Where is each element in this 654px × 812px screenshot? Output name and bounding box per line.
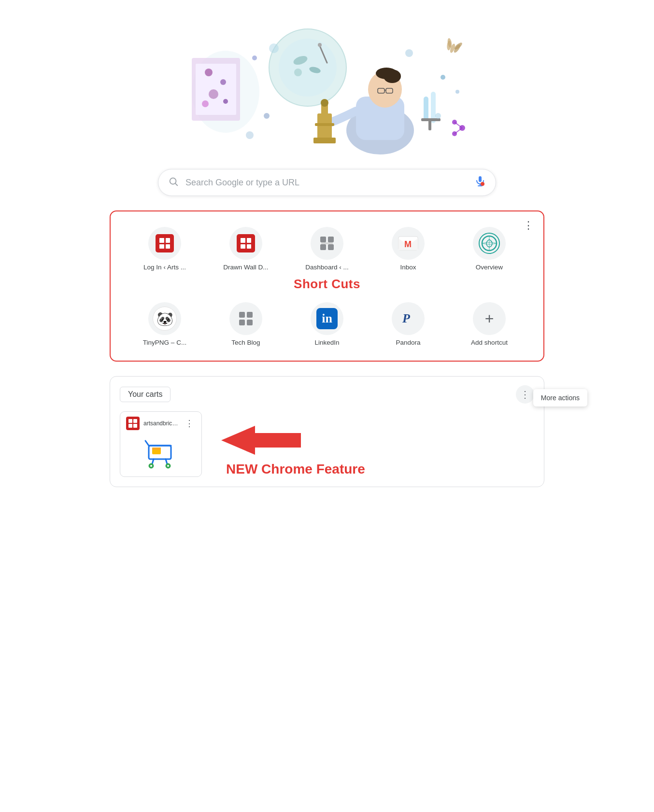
add-icon: + xyxy=(479,308,500,329)
shortcut-label-dashboard: Dashboard ‹ ... xyxy=(305,264,348,271)
shortcuts-more-button[interactable]: ⋮ xyxy=(520,217,537,234)
svg-point-44 xyxy=(269,43,279,53)
shortcut-icon-overview xyxy=(473,227,506,260)
shortcut-icon-pandora: P xyxy=(392,302,425,335)
svg-rect-25 xyxy=(315,123,334,126)
artsbricks2-icon xyxy=(237,234,255,252)
cart-card[interactable]: artsandbricks.c... ⋮ xyxy=(120,411,202,477)
carts-more-button[interactable]: ⋮ xyxy=(516,385,534,404)
cart-site-icon xyxy=(126,417,140,430)
cart-site-name: artsandbricks.c... xyxy=(143,420,179,427)
shortcut-icon-linkedin: in xyxy=(311,302,343,335)
svg-point-45 xyxy=(405,49,413,57)
svg-point-55 xyxy=(481,182,484,186)
artsbricks-icon xyxy=(156,234,174,252)
shortcut-add[interactable]: + Add shortcut xyxy=(449,295,530,350)
svg-point-6 xyxy=(223,99,228,104)
svg-point-33 xyxy=(264,113,270,119)
overview-icon xyxy=(479,233,500,254)
shortcut-log-in-arts[interactable]: Log In ‹ Arts ... xyxy=(124,220,205,275)
svg-point-17 xyxy=(376,68,397,79)
svg-point-47 xyxy=(435,113,441,119)
shortcuts-section: ⋮ Log In ‹ Arts ... xyxy=(110,210,544,362)
shortcut-dashboard[interactable]: Dashboard ‹ ... xyxy=(286,220,368,275)
shortcut-label-overview: Overview xyxy=(476,264,503,271)
svg-point-32 xyxy=(252,56,257,60)
cart-card-header: artsandbricks.c... ⋮ xyxy=(126,417,196,430)
shortcut-tinypng[interactable]: 🐼 TinyPNG – C... xyxy=(124,295,205,350)
carts-header: Your carts ⋮ More actions xyxy=(120,385,534,404)
svg-rect-29 xyxy=(428,118,431,130)
shortcuts-section-label: Short Cuts xyxy=(124,275,530,295)
annotation-overlay: NEW Chrome Feature xyxy=(216,416,365,477)
shortcut-icon-inbox: M xyxy=(392,227,425,260)
svg-rect-52 xyxy=(479,176,482,182)
more-actions-tooltip: More actions xyxy=(533,389,587,406)
search-placeholder: Search Google or type a URL xyxy=(185,178,468,188)
svg-point-46 xyxy=(246,131,254,139)
svg-point-5 xyxy=(209,89,218,99)
svg-point-12 xyxy=(294,69,302,76)
gmail-icon: M xyxy=(398,235,419,252)
shortcut-icon-tinypng: 🐼 xyxy=(148,302,181,335)
svg-line-51 xyxy=(175,183,177,185)
dashboard-svg-icon xyxy=(316,233,338,254)
svg-point-24 xyxy=(321,99,328,107)
techblog-svg-icon xyxy=(235,308,256,329)
svg-text:M: M xyxy=(404,239,412,249)
svg-point-78 xyxy=(167,465,169,467)
shopping-cart-icon xyxy=(142,436,180,470)
shortcut-inbox[interactable]: M Inbox xyxy=(368,220,449,275)
shortcut-tech-blog[interactable]: Tech Blog xyxy=(205,295,286,350)
svg-point-49 xyxy=(318,43,322,47)
svg-point-77 xyxy=(150,465,152,467)
svg-point-31 xyxy=(455,90,459,94)
svg-point-3 xyxy=(205,69,213,76)
linkedin-icon: in xyxy=(316,308,338,329)
svg-rect-68 xyxy=(247,320,253,325)
shortcut-label-inbox: Inbox xyxy=(400,264,416,271)
shortcut-label-pandora: Pandora xyxy=(396,339,420,346)
svg-rect-67 xyxy=(239,320,245,325)
svg-point-30 xyxy=(441,75,445,80)
svg-rect-72 xyxy=(152,448,161,450)
carts-section: Your carts ⋮ More actions artsandbricks.… xyxy=(110,376,544,487)
svg-rect-22 xyxy=(313,138,336,143)
svg-rect-58 xyxy=(320,244,326,250)
annotation-text: NEW Chrome Feature xyxy=(226,462,365,477)
svg-rect-60 xyxy=(321,242,333,244)
annotation-arrow xyxy=(216,416,303,464)
svg-point-4 xyxy=(220,79,226,85)
svg-rect-65 xyxy=(239,312,245,318)
svg-line-43 xyxy=(455,128,462,134)
shortcut-icon-drawn-wall xyxy=(229,227,262,260)
cart-dots-button[interactable]: ⋮ xyxy=(183,417,196,430)
svg-marker-79 xyxy=(221,426,255,455)
svg-rect-59 xyxy=(328,244,334,250)
shortcut-label-drawn-wall: Drawn Wall D... xyxy=(223,264,268,271)
shortcut-linkedin[interactable]: in LinkedIn xyxy=(286,295,368,350)
pandora-icon: P xyxy=(398,308,419,329)
shortcut-icon-log-in-arts xyxy=(148,227,181,260)
shortcut-label-tech-blog: Tech Blog xyxy=(231,339,260,346)
shortcut-pandora[interactable]: P Pandora xyxy=(368,295,449,350)
shortcut-label-linkedin: LinkedIn xyxy=(314,339,339,346)
shortcut-overview[interactable]: Overview xyxy=(449,220,530,275)
svg-rect-56 xyxy=(320,237,326,242)
svg-rect-2 xyxy=(196,64,236,115)
cart-image-area xyxy=(126,434,196,470)
microphone-icon[interactable] xyxy=(474,175,486,190)
search-bar[interactable]: Search Google or type a URL xyxy=(158,169,496,196)
svg-rect-66 xyxy=(247,312,253,318)
shortcut-drawn-wall[interactable]: Drawn Wall D... xyxy=(205,220,286,275)
carts-title: Your carts xyxy=(120,387,171,402)
shortcut-label-add: Add shortcut xyxy=(471,339,508,346)
svg-rect-80 xyxy=(253,433,301,448)
shortcut-icon-tech-blog xyxy=(229,302,262,335)
shortcut-label-log-in-arts: Log In ‹ Arts ... xyxy=(143,264,186,271)
svg-rect-57 xyxy=(328,237,334,242)
svg-rect-26 xyxy=(424,97,428,121)
shortcut-label-tinypng: TinyPNG – C... xyxy=(143,339,186,346)
svg-point-9 xyxy=(279,39,337,97)
svg-text:P: P xyxy=(402,311,411,325)
